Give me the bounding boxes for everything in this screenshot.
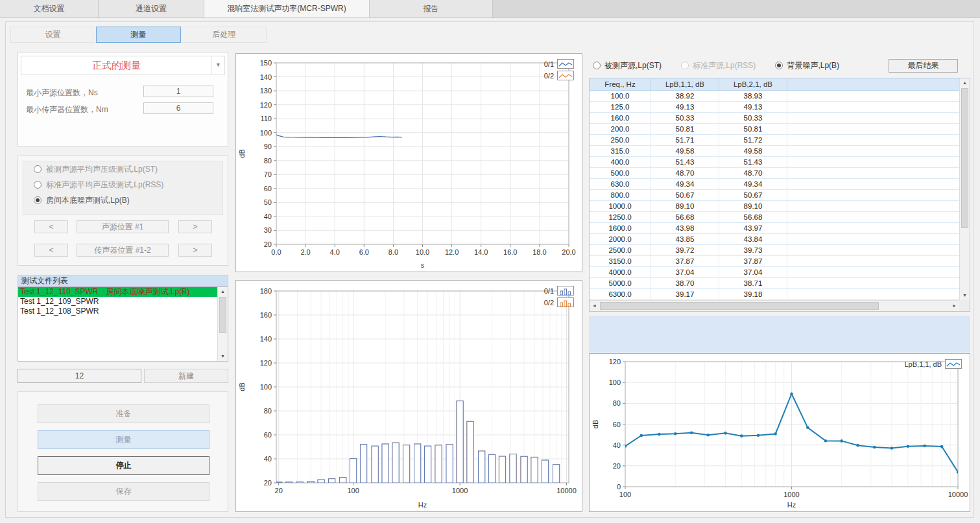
action-button-1[interactable]: 测量 (38, 430, 209, 449)
table-cell: 56.68 (651, 212, 719, 222)
svg-text:120: 120 (260, 359, 272, 367)
table-row-18[interactable]: 6300.039.1739.18 (590, 289, 959, 300)
column-header-1[interactable]: LpB,1,1, dB (651, 78, 719, 90)
main-tab-3[interactable]: 报告 (370, 0, 493, 17)
table-horizontal-scrollbar[interactable]: ◄ ► (590, 300, 959, 311)
svg-text:18.0: 18.0 (532, 248, 546, 256)
chart-legend: 0/10/2 (544, 286, 574, 307)
table-row-0[interactable]: 100.038.9238.93 (590, 91, 959, 102)
sub-tab-2[interactable]: 后处理 (182, 27, 267, 43)
scroll-down-icon[interactable]: ▼ (960, 291, 970, 300)
table-cell: 48.70 (719, 168, 787, 178)
field-row-0: 最小声源位置数，Ns1 (18, 85, 228, 100)
table-row-4[interactable]: 250.051.7151.72 (590, 135, 959, 146)
legend-entry-0: LpB,1,1, dB (905, 359, 962, 369)
svg-text:dB: dB (238, 382, 246, 391)
result-source-radio-2[interactable]: 背景噪声,Lp(B) (775, 60, 839, 71)
scroll-up-icon[interactable]: ▲ (960, 78, 970, 87)
scroll-up-icon[interactable]: ▲ (218, 287, 228, 296)
test-type-radio-2[interactable]: 房间本底噪声测试,Lp(B) (34, 192, 222, 208)
position-label-button[interactable]: 声源位置 #1 (77, 220, 169, 233)
chart-legend: 0/10/2 (544, 59, 574, 80)
table-row-15[interactable]: 3150.037.8737.87 (590, 256, 959, 267)
svg-text:150: 150 (260, 59, 272, 67)
table-cell: 89.10 (651, 201, 719, 211)
scroll-left-icon[interactable]: ◄ (590, 301, 599, 311)
table-cell: 50.33 (719, 113, 787, 123)
action-button-3[interactable]: 保存 (38, 482, 209, 501)
table-row-7[interactable]: 500.048.7048.70 (590, 168, 959, 179)
table-row-3[interactable]: 200.050.8150.81 (590, 124, 959, 135)
main-tab-2[interactable]: 混响室法测试声功率(MCR-SPWR) (204, 0, 370, 17)
table-cell: 50.33 (651, 113, 719, 123)
file-list-item-0[interactable]: Test 1_12_110_SPWR 房间本底噪声测试,Lp(B) (18, 287, 217, 297)
sub-tab-0[interactable]: 设置 (10, 27, 95, 43)
table-row-10[interactable]: 1000.089.1089.10 (590, 201, 959, 212)
sub-tab-1[interactable]: 测量 (96, 27, 181, 43)
prev-button[interactable]: < (34, 220, 68, 233)
table-row-11[interactable]: 1250.056.6856.68 (590, 212, 959, 223)
main-tab-1[interactable]: 通道设置 (99, 0, 204, 17)
table-row-5[interactable]: 315.049.5849.58 (590, 146, 959, 157)
scroll-right-icon[interactable]: ► (950, 301, 959, 311)
svg-text:6.0: 6.0 (359, 248, 369, 256)
table-vertical-scrollbar[interactable]: ▲ ▼ (959, 78, 970, 300)
scrollbar-thumb[interactable] (600, 302, 879, 310)
mode-dropdown[interactable]: 正式的测量 ▼ (21, 56, 225, 75)
column-header-0[interactable]: Freq., Hz (590, 78, 651, 90)
action-button-2[interactable]: 停止 (38, 456, 209, 475)
prev-button[interactable]: < (34, 244, 68, 257)
test-type-radio-1[interactable]: 标准声源平均声压级测试,Lp(RSS) (34, 177, 222, 192)
field-input[interactable]: 1 (143, 86, 213, 97)
field-input[interactable]: 6 (143, 102, 213, 114)
test-type-radio-0[interactable]: 被测声源平均声压级测试,Lp(ST) (34, 161, 222, 177)
scrollbar-thumb[interactable] (219, 297, 226, 333)
table-cell: 5000.0 (590, 278, 651, 288)
file-list-item-2[interactable]: Test 1_12_108_SPWR (18, 307, 217, 316)
radio-label: 房间本底噪声测试,Lp(B) (46, 195, 130, 206)
chart-canvas: 20304050607080901001101201301401500.02.0… (236, 54, 582, 272)
position-label-button[interactable]: 传声器位置 #1-2 (77, 244, 169, 257)
main-tab-bar: 文档设置通道设置混响室法测试声功率(MCR-SPWR)报告 (0, 0, 980, 18)
legend-label: 0/1 (544, 287, 554, 295)
file-list-scrollbar[interactable]: ▲ ▼ (217, 287, 228, 361)
table-cell: 1600.0 (590, 223, 651, 233)
new-file-button[interactable]: 新建 (144, 369, 228, 383)
scrollbar-thumb[interactable] (961, 88, 968, 228)
svg-text:90: 90 (264, 143, 272, 150)
final-result-button[interactable]: 最后结果 (889, 59, 958, 73)
next-button[interactable]: > (178, 220, 212, 233)
result-source-radio-0[interactable]: 被测声源,Lp(ST) (593, 60, 662, 71)
table-row-1[interactable]: 125.049.1349.13 (590, 102, 959, 113)
svg-text:20: 20 (264, 240, 272, 248)
chevron-down-icon[interactable]: ▼ (211, 56, 224, 75)
table-row-8[interactable]: 630.049.3449.34 (590, 179, 959, 190)
legend-label: 0/2 (544, 72, 554, 80)
table-cell: 49.13 (651, 102, 719, 112)
table-cell: 4000.0 (590, 267, 651, 277)
main-tab-0[interactable]: 文档设置 (0, 0, 99, 17)
result-source-radio-1[interactable]: 标准声源,Lp(RSS) (681, 60, 756, 71)
table-row-9[interactable]: 800.050.6750.67 (590, 190, 959, 201)
svg-text:s: s (421, 261, 425, 269)
scroll-down-icon[interactable]: ▼ (218, 352, 228, 361)
legend-label: LpB,1,1, dB (905, 360, 942, 368)
test-type-radio-group: 被测声源平均声压级测试,Lp(ST)标准声源平均声压级测试,Lp(RSS)房间本… (23, 161, 223, 215)
table-row-2[interactable]: 160.050.3350.33 (590, 113, 959, 124)
file-number-input[interactable]: 12 (18, 369, 141, 383)
action-button-0[interactable]: 准备 (38, 404, 209, 423)
table-row-17[interactable]: 5000.038.7038.71 (590, 278, 959, 289)
column-header-2[interactable]: LpB,2,1, dB (719, 78, 787, 90)
table-cell: 43.97 (719, 223, 787, 233)
file-list-item-1[interactable]: Test 1_12_109_SPWR (18, 297, 217, 307)
table-row-12[interactable]: 1600.043.9843.97 (590, 223, 959, 234)
svg-text:60: 60 (264, 431, 272, 439)
table-row-14[interactable]: 2500.039.7239.73 (590, 245, 959, 256)
table-row-6[interactable]: 400.051.4351.43 (590, 157, 959, 168)
table-row-13[interactable]: 2000.043.8543.84 (590, 234, 959, 245)
table-cell: 48.70 (651, 168, 719, 178)
spacer-panel (589, 316, 970, 353)
table-cell: 125.0 (590, 102, 651, 112)
table-row-16[interactable]: 4000.037.0437.04 (590, 267, 959, 278)
next-button[interactable]: > (178, 244, 212, 257)
